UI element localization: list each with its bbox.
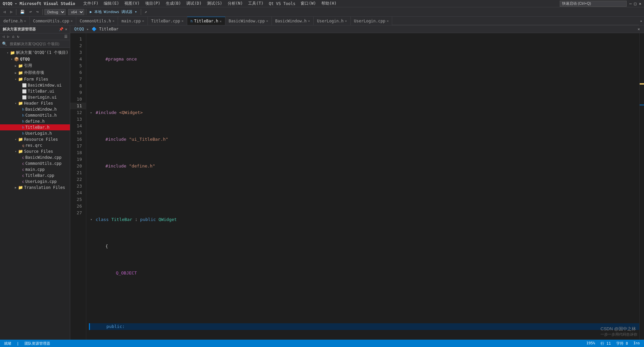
tab-close[interactable]: ✕ [266, 19, 268, 23]
tab-close[interactable]: ✕ [24, 19, 26, 23]
tree-titlebar-cpp[interactable]: c TitleBar.cpp [0, 172, 70, 179]
toolbar-more[interactable]: ↗ [143, 9, 149, 15]
editor-close[interactable]: ✕ [638, 27, 640, 31]
team-manager[interactable]: 团队资源管理器 [24, 341, 50, 346]
tree-external[interactable]: ▶ 📁 外部依存项 [0, 69, 70, 76]
tree-label: Form Files [24, 77, 70, 82]
tree-label: Source Files [24, 149, 70, 154]
sidebar-close[interactable]: ✕ [65, 27, 67, 31]
arrow-icon: ▾ [9, 57, 14, 61]
menu-debug[interactable]: 调试(D) [184, 1, 204, 6]
tab-close[interactable]: ✕ [142, 19, 144, 23]
code-token: <QWidget> [119, 109, 142, 116]
menu-tools[interactable]: 工具(T) [245, 1, 266, 6]
tab-commonutils-h[interactable]: CommonUtils.h ✕ [76, 17, 118, 25]
sidebar-forward[interactable]: ▷ [6, 34, 11, 39]
tree-ref[interactable]: ▶ 📁 引用 [0, 62, 70, 69]
tab-close[interactable]: ✕ [220, 19, 222, 23]
zoom-level[interactable]: 195% [586, 341, 596, 346]
project-icon: 📦 [14, 57, 19, 62]
menu-analyze[interactable]: 分析(N) [225, 1, 246, 6]
toolbar-redo[interactable]: ↪ [34, 9, 41, 15]
tree-source-files[interactable]: ▾ 📁 Source Files [0, 148, 70, 154]
file-icon: c [22, 155, 24, 160]
editor-scrollbar[interactable] [639, 33, 644, 340]
tab-userlogin-cpp[interactable]: UserLogin.cpp ✕ [351, 17, 393, 25]
tab-close[interactable]: ✕ [387, 19, 389, 23]
tab-userlogin-h[interactable]: UserLogin.h ✕ [314, 17, 351, 25]
tree-userlogin-cpp[interactable]: c UserLogin.cpp [0, 179, 70, 185]
config-dropdown[interactable]: Debug [44, 9, 66, 15]
tree-translation-files[interactable]: ▶ 📁 Translation Files [0, 185, 70, 191]
file-icon: c [22, 161, 24, 166]
sidebar-pin[interactable]: 📌 [59, 27, 64, 31]
tree-main-cpp[interactable]: c main.cpp [0, 166, 70, 172]
menu-view[interactable]: 视图(V) [122, 1, 142, 6]
menu-file[interactable]: 文件(F) [81, 1, 101, 6]
tab-close[interactable]: ✕ [308, 19, 310, 23]
tree-basicwindow-cpp[interactable]: c BasicWindow.cpp [0, 154, 70, 160]
editor-content[interactable]: 1 2 3 4 5 6 7 8 9 10 11 12 13 14 15 16 1… [70, 33, 644, 340]
tab-close[interactable]: ✕ [345, 19, 347, 23]
breadcrumb-sep: ▸ [87, 27, 89, 31]
platform-dropdown[interactable]: x64 [68, 9, 84, 15]
tree-commonutils-h[interactable]: h CommonUtils.h [0, 112, 70, 118]
tree-basicwindow-ui[interactable]: ⬜ BasicWindow.ui [0, 82, 70, 88]
menu-edit[interactable]: 编辑(E) [101, 1, 122, 6]
tab-close[interactable]: ✕ [71, 19, 73, 23]
menu-build[interactable]: 生成(B) [163, 1, 184, 6]
tab-close[interactable]: ✕ [182, 19, 184, 23]
breadcrumb-qtqq[interactable]: QtQQ [74, 27, 84, 31]
tree-commonutils-cpp[interactable]: c CommonUtils.cpp [0, 160, 70, 166]
line-numbers: 1 2 3 4 5 6 7 8 9 10 11 12 13 14 15 16 1… [70, 33, 86, 340]
toolbar-forward[interactable]: ▷ [8, 9, 15, 15]
tree-res-qrc[interactable]: q res.qrc [0, 142, 70, 148]
line-num-1: 1 [70, 36, 86, 42]
tab-titlebar-cpp[interactable]: TitleBar.cpp ✕ [148, 17, 187, 25]
tree-userlogin-ui[interactable]: ⬜ UserLogin.ui [0, 94, 70, 100]
code-token: : [132, 216, 140, 223]
menu-test[interactable]: 测试(S) [204, 1, 225, 6]
toolbar-undo[interactable]: ↩ [27, 9, 34, 15]
fold-button-3[interactable]: ▸ [90, 109, 95, 116]
tab-main-cpp[interactable]: main.cpp ✕ [118, 17, 148, 25]
tree-define-h[interactable]: h define.h [0, 118, 70, 124]
tab-scroll-right[interactable]: ▸ [639, 17, 644, 25]
menu-window[interactable]: 窗口(W) [298, 1, 319, 6]
sidebar-search-input[interactable] [8, 41, 68, 46]
tab-basicwindow-h[interactable]: BasicWindow.h ✕ [272, 17, 314, 25]
tab-commonutils-cpp[interactable]: CommonUtils.cpp ✕ [30, 17, 76, 25]
tree-titlebar-h[interactable]: h TitleBar.h [0, 124, 70, 130]
sidebar-header: 解决方案资源管理器 📌 ✕ [0, 25, 70, 33]
tab-basicwindow-cpp[interactable]: BasicWindow.cpp ✕ [225, 17, 272, 25]
tree-label: TitleBar.h [25, 125, 70, 130]
menu-qt[interactable]: Qt VS Tools [266, 1, 298, 6]
sidebar-settings[interactable]: ☰ [63, 34, 69, 39]
sidebar-home[interactable]: ⌂ [11, 34, 15, 39]
run-button[interactable]: ▶ 本地 Windows 调试器 ▾ [88, 9, 139, 15]
sidebar-refresh[interactable]: ↻ [16, 34, 20, 39]
tree-label: CommonUtils.h [25, 113, 70, 118]
tree-userlogin-h[interactable]: h UserLogin.h [0, 130, 70, 136]
fold-button-7[interactable]: ▾ [90, 216, 95, 223]
toolbar-back[interactable]: ◁ [1, 9, 8, 15]
sidebar-back[interactable]: ◁ [1, 34, 6, 39]
tree-titlebar-ui[interactable]: ⬜ TitleBar.ui [0, 88, 70, 94]
toolbar-save[interactable]: 💾 [18, 9, 27, 15]
code-editor[interactable]: #pragma once ▸ #include <QWidget> #inclu… [86, 33, 639, 340]
menu-project[interactable]: 项目(P) [142, 1, 163, 6]
tree-form-files[interactable]: ▾ 📁 Form Files [0, 76, 70, 82]
status-bar: 就绪 | 团队资源管理器 195% 行 11 字符 8 Ins [0, 340, 644, 347]
tree-header-files[interactable]: ▾ 📁 Header Files [0, 100, 70, 106]
quick-search-input[interactable] [560, 1, 627, 7]
tree-solution[interactable]: ▾ 📁 解决方案'QtQQ'(1 个项目) [0, 49, 70, 56]
menu-help[interactable]: 帮助(H) [319, 1, 339, 6]
menu-bar: QtQQ - Microsoft Visual Studio 文件(F) 编辑(… [0, 0, 644, 7]
app-title: QtQQ - Microsoft Visual Studio [3, 1, 75, 6]
tree-basicwindow-h[interactable]: h BasicWindow.h [0, 106, 70, 112]
tab-define-h[interactable]: define.h ✕ [0, 17, 30, 25]
tree-qtqq[interactable]: ▾ 📦 QTQQ [0, 56, 70, 62]
tree-resource-files[interactable]: ▾ 📁 Resource Files [0, 136, 70, 142]
tab-close[interactable]: ✕ [112, 19, 114, 23]
tab-titlebar-h[interactable]: h TitleBar.h ✕ [187, 17, 225, 25]
